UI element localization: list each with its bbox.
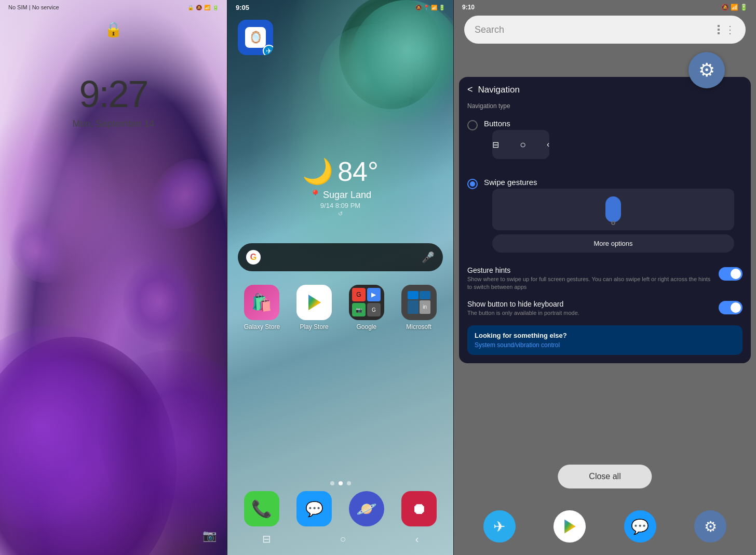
page-dot-3[interactable] [347, 481, 351, 485]
weather-refresh-icon: ↺ [302, 210, 379, 217]
play-store-svg [304, 293, 324, 312]
settings-gesture-hints-desc: Show where to swipe up for full screen g… [467, 275, 714, 292]
settings-close-all-button[interactable]: Close all [558, 465, 652, 488]
signal-icon: 📶 [204, 5, 210, 10]
settings-radio-buttons[interactable] [467, 120, 478, 130]
settings-gear-bottom-icon: ⚙ [704, 518, 717, 535]
settings-play-store-icon [561, 518, 578, 535]
swipe-dot [611, 221, 615, 225]
home-location-icon: 📍 [423, 5, 429, 10]
home-screen-panel: 9:05 🔕 📍 📶 🔋 🪞 ✈ 🌙 84° 📍 Sugar Land 9/14… [227, 0, 454, 555]
settings-search-bar[interactable]: Search ⋮ [464, 16, 746, 44]
app-google[interactable]: G ▶ 📷 G Google [343, 285, 391, 331]
settings-keyboard-button-title: Show button to hide keyboard [467, 300, 714, 308]
telegram-icon: ✈ [493, 518, 505, 535]
home-mute-icon: 🔕 [415, 5, 422, 10]
dock-app-messages[interactable]: 💬 [290, 491, 339, 526]
app-microsoft[interactable]: in Microsoft [395, 285, 443, 331]
page-dot-1[interactable] [330, 481, 334, 485]
nav-recents-button[interactable]: ⊟ [262, 533, 271, 545]
dock-app-screen-recorder[interactable]: ⏺ [395, 491, 443, 526]
svg-marker-0 [308, 295, 321, 310]
settings-looking-title: Looking for something else? [475, 332, 735, 339]
lock-time: 9:27 [79, 73, 147, 115]
google-label: Google [357, 323, 377, 331]
settings-keyboard-button-toggle[interactable] [719, 301, 743, 314]
home-background-flowers [227, 0, 453, 555]
weather-temperature: 84° [338, 156, 379, 187]
galaxy-store-icon[interactable]: 🛍️ [244, 285, 279, 320]
settings-gesture-hints-title: Gesture hints [467, 266, 714, 274]
microsoft-label: Microsoft [406, 323, 431, 331]
settings-buttons-label: Buttons [484, 119, 558, 128]
app-galaxy-store[interactable]: 🛍️ Galaxy Store [238, 285, 286, 331]
lock-status-icons: 🔒 🔕 📶 🔋 [187, 5, 219, 10]
settings-more-dots-button[interactable] [718, 25, 720, 34]
settings-gesture-hints-toggle[interactable] [719, 267, 743, 281]
settings-keyboard-button-desc: The button is only available in portrait… [467, 309, 714, 317]
weather-datetime: 9/14 8:09 PM [302, 202, 379, 209]
home-search-bar[interactable]: G 🎤 [238, 243, 443, 271]
settings-gesture-hints-row: Gesture hints Show where to swipe up for… [459, 262, 751, 296]
messages-bottom-icon: 💬 [631, 518, 649, 535]
settings-screen-panel: 9:10 🔕 📶 🔋 Search ⋮ ⚙ < Navigation Navig… [454, 0, 756, 555]
home-wifi-icon: 📶 [431, 5, 437, 10]
page-dot-2[interactable] [339, 481, 343, 485]
nav-back-button[interactable]: ‹ [415, 533, 419, 545]
microphone-icon[interactable]: 🎤 [422, 251, 435, 263]
swipe-indicator [605, 196, 621, 222]
google-logo: G [246, 250, 261, 265]
messages-icon[interactable]: 💬 [296, 491, 332, 526]
nav-back-preview-icon: ⊟ [492, 140, 499, 150]
settings-dock-settings[interactable]: ⚙ [694, 510, 726, 543]
play-store-icon[interactable] [296, 285, 332, 320]
home-page-dots [330, 481, 351, 485]
mirror-app-icon[interactable]: 🪞 ✈ [238, 20, 273, 55]
phone-icon[interactable]: 📞 [244, 491, 279, 526]
play-store-label: Play Store [300, 323, 328, 331]
home-weather-widget: 🌙 84° 📍 Sugar Land 9/14 8:09 PM ↺ [302, 156, 379, 217]
settings-dock-play-store[interactable] [554, 510, 586, 543]
home-dock: 📞 💬 🪐 ⏺ [238, 491, 443, 526]
settings-nav-type-label: Navigation type [459, 100, 751, 114]
home-app-grid: 🛍️ Galaxy Store [238, 285, 443, 331]
settings-keyboard-button-row: Show button to hide keyboard The button … [459, 296, 751, 321]
microsoft-folder-icon[interactable]: in [401, 285, 437, 320]
settings-more-options-button[interactable]: More options [492, 234, 734, 253]
dock-app-phone[interactable]: 📞 [238, 491, 286, 526]
settings-gear-icon[interactable]: ⚙ [688, 52, 725, 88]
svg-marker-1 [564, 520, 575, 534]
google-folder-icon[interactable]: G ▶ 📷 G [349, 285, 384, 320]
lock-status-bar: No SIM | No service 🔒 🔕 📶 🔋 [0, 0, 227, 15]
weather-location: 📍 Sugar Land [302, 189, 379, 201]
settings-buttons-preview: ⊟ ○ ‹ [492, 130, 549, 159]
home-status-time: 9:05 [236, 4, 249, 11]
mute-icon: 🔕 [196, 5, 202, 10]
home-nav-bar: ⊟ ○ ‹ [227, 528, 453, 550]
settings-mute-icon: 🔕 [721, 4, 729, 11]
settings-search-dots-icon[interactable]: ⋮ [725, 23, 735, 36]
settings-dock-telegram[interactable]: ✈ [483, 510, 516, 543]
home-status-icons: 🔕 📍 📶 🔋 [415, 5, 445, 10]
settings-search-placeholder[interactable]: Search [475, 24, 712, 35]
samsung-internet-icon[interactable]: 🪐 [349, 491, 384, 526]
settings-back-button[interactable]: < [467, 84, 473, 95]
nav-home-button[interactable]: ○ [340, 533, 346, 545]
home-top-app-mirror[interactable]: 🪞 ✈ [238, 20, 273, 55]
screen-recorder-icon[interactable]: ⏺ [401, 491, 437, 526]
settings-dock-messages[interactable]: 💬 [624, 510, 656, 543]
settings-swipe-preview [492, 189, 734, 230]
settings-swipe-label: Swipe gestures [484, 178, 743, 187]
dock-app-samsung-internet[interactable]: 🪐 [343, 491, 391, 526]
settings-option-buttons[interactable]: Buttons ⊟ ○ ‹ [459, 114, 751, 168]
mirror-badge: ✈ [263, 45, 273, 55]
app-play-store[interactable]: Play Store [290, 285, 339, 331]
location-pin-icon: 📍 [309, 189, 321, 201]
lock-date: Mon, September 14 [72, 118, 154, 129]
weather-icon: 🌙 [302, 157, 333, 186]
settings-radio-swipe[interactable] [467, 179, 478, 189]
settings-wifi-icon: 📶 [731, 4, 738, 11]
settings-looking-link[interactable]: System sound/vibration control [475, 341, 735, 349]
settings-option-swipe[interactable]: Swipe gestures More options [459, 173, 751, 262]
lock-camera-shortcut-icon[interactable]: 📷 [203, 529, 217, 543]
